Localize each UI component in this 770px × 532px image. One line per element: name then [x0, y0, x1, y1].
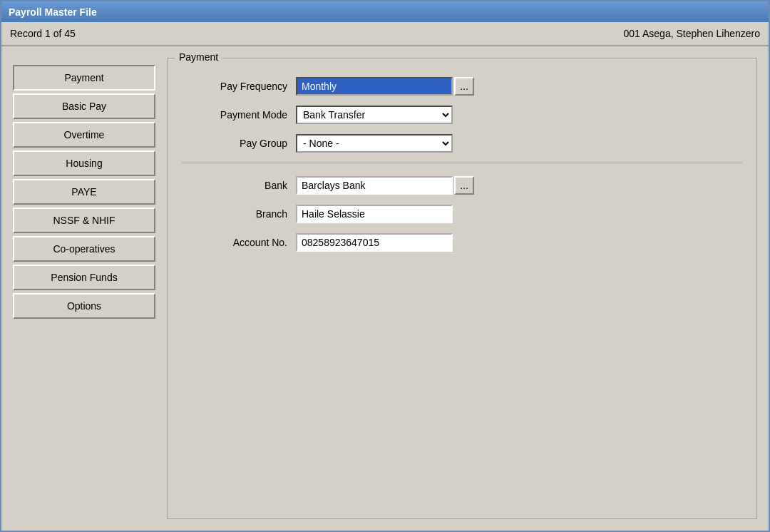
- account-no-row: Account No.: [182, 233, 742, 252]
- form-section-top: Pay Frequency ... Payment Mode Bank Tran…: [182, 77, 742, 153]
- nav-button-payment[interactable]: Payment: [13, 65, 155, 91]
- bank-row: Bank ...: [182, 176, 742, 195]
- nav-button-paye[interactable]: PAYE: [13, 179, 155, 205]
- account-no-label: Account No.: [182, 237, 296, 248]
- main-content: Payment Basic Pay Overtime Housing PAYE …: [1, 46, 769, 531]
- section-divider: [182, 163, 742, 163]
- nav-button-nssf-nhif[interactable]: NSSF & NHIF: [13, 208, 155, 233]
- panel-title: Payment: [175, 51, 222, 63]
- pay-group-row: Pay Group - None -: [182, 134, 742, 153]
- pay-frequency-browse-button[interactable]: ...: [454, 77, 474, 96]
- nav-button-basic-pay[interactable]: Basic Pay: [13, 93, 155, 119]
- pay-frequency-row: Pay Frequency ...: [182, 77, 742, 96]
- nav-button-housing[interactable]: Housing: [13, 150, 155, 176]
- bank-input-group: ...: [296, 176, 474, 195]
- bank-browse-button[interactable]: ...: [454, 176, 474, 195]
- branch-row: Branch: [182, 205, 742, 223]
- pay-frequency-label: Pay Frequency: [182, 81, 296, 92]
- payment-panel: Payment Pay Frequency ... Payment Mode: [167, 58, 757, 519]
- pay-frequency-input-group: ...: [296, 77, 474, 96]
- window-title: Payroll Master File: [9, 6, 97, 18]
- pay-group-label: Pay Group: [182, 138, 296, 149]
- bank-input[interactable]: [296, 176, 453, 195]
- pay-frequency-input[interactable]: [296, 77, 453, 96]
- nav-button-cooperatives[interactable]: Co-operatives: [13, 236, 155, 262]
- bank-label: Bank: [182, 180, 296, 191]
- account-no-input[interactable]: [296, 233, 453, 252]
- title-bar: Payroll Master File: [1, 1, 769, 22]
- branch-input[interactable]: [296, 205, 453, 223]
- employee-info: 001 Asega, Stephen Lihenzero: [624, 28, 761, 39]
- pay-group-select[interactable]: - None -: [296, 134, 453, 153]
- record-bar: Record 1 of 45 001 Asega, Stephen Lihenz…: [1, 22, 769, 46]
- nav-button-options[interactable]: Options: [13, 293, 155, 319]
- nav-button-overtime[interactable]: Overtime: [13, 122, 155, 148]
- branch-label: Branch: [182, 208, 296, 220]
- left-nav-panel: Payment Basic Pay Overtime Housing PAYE …: [13, 65, 155, 519]
- form-section-bank: Bank ... Branch Account No.: [182, 176, 742, 252]
- payment-mode-select[interactable]: Bank Transfer Cash Cheque: [296, 106, 453, 124]
- nav-button-pension-funds[interactable]: Pension Funds: [13, 265, 155, 290]
- payment-mode-label: Payment Mode: [182, 109, 296, 121]
- payment-mode-row: Payment Mode Bank Transfer Cash Cheque: [182, 106, 742, 124]
- record-info: Record 1 of 45: [10, 28, 76, 39]
- main-window: Payroll Master File Record 1 of 45 001 A…: [0, 0, 770, 532]
